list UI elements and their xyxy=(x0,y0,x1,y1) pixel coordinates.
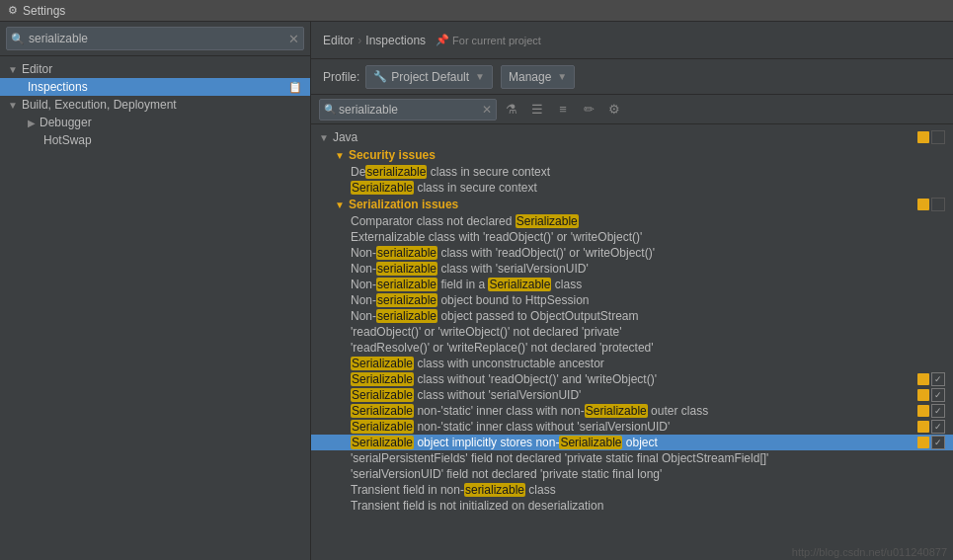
insp-item-comparator-text: Comparator class not declared Serializab… xyxy=(351,214,945,228)
insp-item-serial-implicitly-stores[interactable]: Serializable object implicitly stores no… xyxy=(311,435,953,450)
sidebar-item-inspections[interactable]: Inspections 📋 xyxy=(0,78,310,96)
subcategory-serialization[interactable]: ▼ Serialization issues xyxy=(311,196,953,213)
insp-item-non-serial-readobject[interactable]: Non-serializable class with 'readObject(… xyxy=(311,245,953,261)
inspections-list: ▼ Java ▼ Security issues Deserializable … xyxy=(311,124,953,544)
sidebar: 🔍 ✕ ▼ Editor Inspections 📋 ▼ Build, Exec… xyxy=(0,22,311,560)
insp-item-serial-versionuid-field[interactable]: 'serialVersionUID' field not declared 'p… xyxy=(311,466,953,482)
sidebar-search-input[interactable] xyxy=(29,32,288,45)
sidebar-item-debugger[interactable]: ▶ Debugger xyxy=(0,114,310,131)
insp-item-serial-non-static-outer[interactable]: Serializable non-'static' inner class wi… xyxy=(311,403,953,419)
sidebar-clear-icon[interactable]: ✕ xyxy=(288,32,299,46)
profile-dropdown[interactable]: 🔧 Project Default ▼ xyxy=(365,65,493,89)
right-panel: Editor › Inspections 📌 For current proje… xyxy=(311,22,953,560)
breadcrumb: Editor › Inspections xyxy=(323,34,426,47)
insp-item-serial-no-readwrite-text: Serializable class without 'readObject()… xyxy=(351,372,913,386)
sidebar-search-area: 🔍 ✕ xyxy=(0,22,310,56)
watermark-text: http://blog.csdn.net/u011240877 xyxy=(792,546,947,558)
window-title: Settings xyxy=(23,4,65,18)
breadcrumb-current: Inspections xyxy=(365,34,426,47)
subcategory-serialization-color xyxy=(917,199,929,210)
sidebar-group-build[interactable]: ▼ Build, Execution, Deployment xyxy=(0,96,310,114)
subcategory-security[interactable]: ▼ Security issues xyxy=(311,146,953,164)
for-current-project-label: For current project xyxy=(452,35,541,46)
insp-item-readobject-private[interactable]: 'readObject()' or 'writeObject()' not de… xyxy=(311,324,953,340)
manage-button-arrow: ▼ xyxy=(557,71,567,82)
watermark: http://blog.csdn.net/u011240877 xyxy=(311,544,953,560)
insp-item-serial-non-static-no-uid[interactable]: Serializable non-'static' inner class wi… xyxy=(311,419,953,435)
insp-item-serial-implicitly-stores-text: Serializable object implicitly stores no… xyxy=(351,436,913,449)
insp-item-externalizable[interactable]: Externalizable class with 'readObject()'… xyxy=(311,229,953,245)
filter-button[interactable]: ⚗ xyxy=(501,99,522,120)
profile-label: Profile: xyxy=(323,70,359,84)
category-java-checkbox[interactable] xyxy=(931,130,945,144)
edit-button[interactable]: ✏ xyxy=(578,99,599,120)
checkbox-2[interactable] xyxy=(931,388,945,402)
color-box-1 xyxy=(917,373,929,385)
insp-item-serial-non-static-outer-text: Serializable non-'static' inner class wi… xyxy=(351,404,913,418)
sidebar-item-debugger-label: Debugger xyxy=(40,116,92,129)
insp-item-serial-persistent-fields[interactable]: 'serialPersistentFields' field not decla… xyxy=(311,450,953,466)
profile-icon: 🔧 xyxy=(373,70,387,83)
category-java[interactable]: ▼ Java xyxy=(311,128,953,146)
sidebar-group-editor[interactable]: ▼ Editor xyxy=(0,60,310,78)
insp-item-serial-non-static-no-uid-text: Serializable non-'static' inner class wi… xyxy=(351,420,913,434)
manage-button[interactable]: Manage ▼ xyxy=(501,65,575,89)
title-bar: ⚙ Settings xyxy=(0,0,953,22)
category-java-label: Java xyxy=(333,130,913,144)
checkbox-4[interactable] xyxy=(931,420,945,434)
settings-icon: ⚙ xyxy=(8,4,18,17)
expand-all-button[interactable]: ☰ xyxy=(526,99,548,120)
insp-item-externalizable-text: Externalizable class with 'readObject()'… xyxy=(351,230,945,244)
subcategory-serialization-checkbox[interactable] xyxy=(931,198,945,211)
insp-item-serial-versionuid-field-text: 'serialVersionUID' field not declared 'p… xyxy=(351,467,945,481)
inspections-search-box[interactable]: 🔍 serializable ✕ xyxy=(319,99,497,120)
insp-item-serial-persistent-fields-text: 'serialPersistentFields' field not decla… xyxy=(351,451,945,465)
insp-item-serial-no-readwrite[interactable]: Serializable class without 'readObject()… xyxy=(311,371,953,387)
inspections-search-text: serializable xyxy=(339,103,398,117)
insp-item-non-serial-field-text: Non-serializable field in a Serializable… xyxy=(351,278,945,291)
insp-item-deserializable[interactable]: Deserializable class in secure context xyxy=(311,164,953,180)
checkbox-5[interactable] xyxy=(931,436,945,449)
sidebar-item-hotswap[interactable]: HotSwap xyxy=(0,131,310,149)
sidebar-search-box[interactable]: 🔍 ✕ xyxy=(6,27,304,50)
insp-item-non-serial-oos-text: Non-serializable object passed to Object… xyxy=(351,309,945,323)
color-box-3 xyxy=(917,405,929,417)
insp-item-serial-non-static-outer-controls xyxy=(917,404,945,418)
inspections-search-clear[interactable]: ✕ xyxy=(482,103,492,117)
insp-item-serializable-secure[interactable]: Serializable class in secure context xyxy=(311,180,953,196)
color-box-5 xyxy=(917,437,929,448)
profile-dropdown-arrow: ▼ xyxy=(475,71,485,82)
inspections-search-icon: 🔍 xyxy=(324,104,336,115)
insp-item-non-serial-httpsession[interactable]: Non-serializable object bound to HttpSes… xyxy=(311,292,953,308)
profile-dropdown-text: Project Default xyxy=(391,70,469,84)
subcategory-security-label: Security issues xyxy=(349,148,945,162)
pin-icon: 📌 xyxy=(436,34,449,46)
sidebar-item-hotswap-label: HotSwap xyxy=(43,133,92,147)
checkbox-3[interactable] xyxy=(931,404,945,418)
subcat-arrow-serialization: ▼ xyxy=(335,200,345,210)
insp-item-serial-non-static-no-uid-controls xyxy=(917,420,945,434)
insp-item-serial-unconstructable-text: Serializable class with unconstructable … xyxy=(351,357,945,370)
collapse-all-button[interactable]: ≡ xyxy=(552,99,574,120)
for-current-project: 📌 For current project xyxy=(436,34,541,46)
insp-item-serial-unconstructable[interactable]: Serializable class with unconstructable … xyxy=(311,356,953,371)
right-header: Editor › Inspections 📌 For current proje… xyxy=(311,22,953,59)
insp-item-comparator[interactable]: Comparator class not declared Serializab… xyxy=(311,213,953,229)
insp-item-transient-non-serial[interactable]: Transient field in non-serializable clas… xyxy=(311,482,953,498)
main-layout: 🔍 ✕ ▼ Editor Inspections 📋 ▼ Build, Exec… xyxy=(0,22,953,560)
search-icon: 🔍 xyxy=(11,33,25,45)
color-box-4 xyxy=(917,421,929,433)
manage-button-label: Manage xyxy=(509,70,551,84)
insp-item-readresolve-protected[interactable]: 'readResolve()' or 'writeReplace()' not … xyxy=(311,340,953,356)
settings-btn[interactable]: ⚙ xyxy=(603,99,625,120)
tree-arrow-debugger: ▶ xyxy=(28,118,36,128)
insp-item-transient-not-init[interactable]: Transient field is not initialized on de… xyxy=(311,498,953,514)
insp-item-non-serial-oos[interactable]: Non-serializable object passed to Object… xyxy=(311,308,953,324)
insp-item-non-serial-field[interactable]: Non-serializable field in a Serializable… xyxy=(311,277,953,292)
insp-item-serial-implicitly-stores-controls xyxy=(917,436,945,449)
insp-item-non-serial-versionuid[interactable]: Non-serializable class with 'serialVersi… xyxy=(311,261,953,277)
category-java-color xyxy=(917,131,929,143)
checkbox-1[interactable] xyxy=(931,372,945,386)
subcategory-serialization-label: Serialization issues xyxy=(349,198,913,211)
insp-item-serial-no-versionuid[interactable]: Serializable class without 'serialVersio… xyxy=(311,387,953,403)
